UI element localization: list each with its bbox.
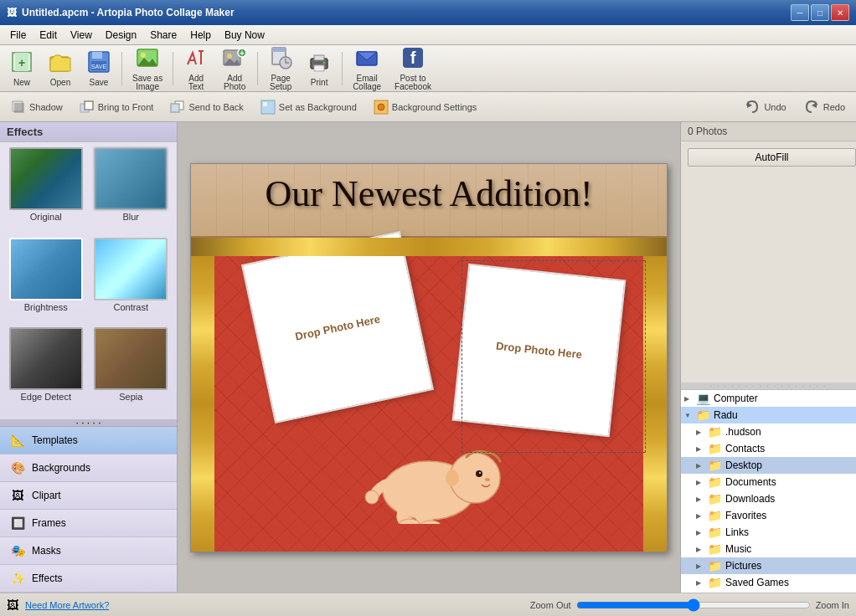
bring-front-button[interactable]: Bring to Front (72, 96, 162, 118)
add-text-button[interactable]: AddText (178, 48, 214, 90)
gold-border-left (191, 256, 214, 552)
tree-item-pictures[interactable]: ▶📁Pictures (681, 557, 856, 574)
email-collage-button[interactable]: EmailCollage (347, 48, 387, 90)
svg-rect-30 (85, 101, 93, 110)
effect-edge[interactable]: Edge Detect (5, 327, 87, 414)
email-label: EmailCollage (353, 74, 381, 91)
new-button[interactable]: + New (3, 48, 40, 90)
tree-item-desktop[interactable]: ▶📁Desktop (681, 457, 856, 474)
menu-item-design[interactable]: Design (99, 28, 143, 43)
tree-item-radu[interactable]: ▼📁Radu (681, 407, 856, 424)
page-setup-button[interactable]: PageSetup (262, 48, 299, 90)
nav-backgrounds[interactable]: 🎨 Backgrounds (0, 454, 177, 482)
tree-item-documents[interactable]: ▶📁Documents (681, 474, 856, 490)
tree-item-favorites[interactable]: ▶📁Favorites (681, 507, 856, 524)
add-text-label: AddText (188, 74, 204, 91)
divider: · · · · · · · · · · · · · · · · · (681, 382, 856, 389)
title-bar: 🖼 Untitled.apcm - Artopia Photo Collage … (0, 0, 856, 25)
effect-contrast-label: Contrast (113, 302, 148, 312)
tree-arrow-music: ▶ (696, 546, 704, 553)
print-button[interactable]: Print (301, 48, 338, 90)
redo-button[interactable]: Redo (796, 95, 853, 119)
effect-contrast[interactable]: Contrast (90, 238, 173, 325)
tree-label-music: Music (725, 543, 751, 555)
tree-item-links[interactable]: ▶📁Links (681, 524, 856, 541)
bring-front-icon (80, 100, 95, 115)
effect-blur[interactable]: Blur (90, 147, 173, 234)
tree-arrow-contacts: ▶ (696, 445, 704, 453)
menu-item-file[interactable]: File (3, 28, 33, 43)
effect-brightness[interactable]: Brightness (5, 238, 87, 325)
tree-icon-computer: 💻 (696, 392, 710, 405)
tree-icon-radu: 📁 (696, 408, 710, 422)
zoom-section: Zoom Out Zoom In (530, 598, 849, 612)
autofill-section: AutoFill (681, 141, 856, 173)
tree-item-downloads[interactable]: ▶📁Downloads (681, 490, 856, 507)
nav-masks[interactable]: 🎭 Masks (0, 537, 177, 565)
tree-icon-saved-games: 📁 (708, 576, 722, 589)
canvas-title: Our Newest Addition! (191, 172, 667, 215)
effect-sepia[interactable]: Sepia (90, 327, 173, 414)
masks-label: Masks (32, 545, 61, 557)
tree-icon-downloads: 📁 (708, 492, 722, 506)
undo-button[interactable]: Undo (736, 95, 793, 119)
templates-icon: 📐 (8, 431, 27, 449)
close-button[interactable]: ✕ (831, 4, 849, 21)
save-button[interactable]: SAVE Save (80, 48, 117, 90)
photo-frame-2[interactable]: Drop Photo Here (454, 264, 624, 434)
nav-frames[interactable]: 🔲 Frames (0, 510, 177, 537)
tree-item-contacts[interactable]: ▶📁Contacts (681, 440, 856, 457)
clipart-icon: 🖼 (8, 486, 27, 505)
sep3 (257, 52, 258, 85)
sep4 (342, 52, 343, 85)
svg-rect-28 (14, 103, 24, 113)
background-settings-label: Background Settings (392, 102, 477, 112)
zoom-slider[interactable] (576, 598, 811, 612)
nav-effects[interactable]: ✨ Effects (0, 565, 177, 593)
add-photo-button[interactable]: + AddPhoto (216, 48, 253, 90)
svg-point-22 (323, 61, 326, 64)
collage-canvas[interactable]: Our Newest Addition! Drop Photo Here Dro… (190, 163, 668, 552)
menu-item-edit[interactable]: Edit (33, 28, 64, 43)
tree-item-searches[interactable]: ▶📁Searches (681, 591, 856, 593)
maximize-button[interactable]: □ (811, 4, 829, 21)
tree-item-saved-games[interactable]: ▶📁Saved Games (681, 574, 856, 591)
effect-edge-label: Edge Detect (20, 392, 71, 402)
minimize-button[interactable]: ─ (791, 4, 809, 21)
set-background-button[interactable]: Set as Background (253, 96, 364, 118)
background-settings-button[interactable]: Background Settings (366, 96, 485, 118)
title-bar-controls[interactable]: ─ □ ✕ (791, 4, 849, 21)
tree-item-hudson[interactable]: ▶📁.hudson (681, 424, 856, 440)
tree-item-computer[interactable]: ▶💻Computer (681, 390, 856, 407)
effect-sepia-label: Sepia (119, 392, 142, 402)
sep2 (173, 52, 173, 85)
save-as-image-button[interactable]: Save asImage (126, 48, 168, 90)
save-image-label: Save asImage (132, 74, 162, 91)
photo-frame-1[interactable]: Drop Photo Here (243, 233, 431, 421)
menu-item-view[interactable]: View (64, 28, 99, 43)
tree-label-hudson: .hudson (725, 426, 761, 438)
photo-drop-area[interactable] (681, 173, 856, 382)
svg-point-42 (476, 470, 482, 477)
autofill-button[interactable]: AutoFill (688, 148, 856, 167)
main-area: Effects Original Blur Brightness Contras… (0, 122, 856, 593)
nav-clipart[interactable]: 🖼 Clipart (0, 482, 177, 510)
add-text-icon (184, 46, 208, 73)
need-more-artwork-link[interactable]: Need More Artwork? (25, 600, 109, 610)
photos-header: 0 Photos (681, 122, 856, 141)
effect-original[interactable]: Original (5, 147, 87, 234)
menu-item-buy-now[interactable]: Buy Now (218, 28, 271, 43)
menu-item-help[interactable]: Help (183, 28, 218, 43)
tree-item-music[interactable]: ▶📁Music (681, 541, 856, 557)
effects-nav-icon: ✨ (8, 569, 27, 588)
open-button[interactable]: Open (42, 48, 79, 90)
menu-item-share[interactable]: Share (143, 28, 183, 43)
new-icon: + (10, 50, 34, 77)
send-back-button[interactable]: Send to Back (162, 96, 250, 118)
post-facebook-button[interactable]: f Post toFacebook (389, 48, 437, 90)
shadow-button[interactable]: Shadow (3, 96, 70, 118)
nav-templates[interactable]: 📐 Templates (0, 427, 177, 454)
redo-label: Redo (823, 102, 845, 112)
tree-label-saved-games: Saved Games (725, 577, 789, 588)
save-label: Save (90, 79, 109, 87)
